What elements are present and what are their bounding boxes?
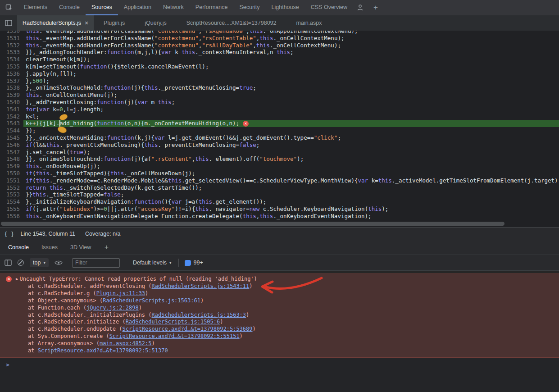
- code-text[interactable]: },_onTimeSlotTouchHold:function(j){this.…: [23, 84, 559, 91]
- main-tab-elements[interactable]: Elements: [18, 0, 53, 15]
- stack-frame-text: ): [220, 319, 223, 325]
- code-text[interactable]: for(var k=0,l=j.length;: [23, 106, 559, 113]
- stack-frame-link[interactable]: main.aspx:4852:5: [100, 340, 152, 346]
- file-tab-main-aspx[interactable]: main.aspx: [286, 15, 332, 31]
- file-tab-radschedulerscripts-js[interactable]: RadSchedulerScripts.js×: [17, 15, 94, 31]
- line-number[interactable]: 1555: [0, 205, 23, 213]
- clear-console-icon[interactable]: [18, 260, 24, 266]
- log-levels-selector[interactable]: Default levels ▾: [132, 258, 173, 267]
- code-text[interactable]: if(this._timeSlotTapped){this._onCellMou…: [23, 170, 559, 177]
- live-expression-eye-icon[interactable]: [55, 260, 63, 265]
- stack-frame-link[interactable]: RadSchedulerScripts.js:1563:61: [103, 297, 200, 304]
- code-text[interactable]: j.apply(n,[l]);: [23, 70, 559, 77]
- line-number[interactable]: 1552: [0, 184, 23, 191]
- code-text[interactable]: }},_onTimeSlotTouchEnd:function(j){a(".r…: [23, 155, 559, 163]
- code-text[interactable]: this._eventMap.addHandlerForClassName("c…: [23, 42, 559, 49]
- line-number[interactable]: 1532: [0, 42, 23, 49]
- inline-error-icon[interactable]: ✕: [243, 121, 249, 127]
- line-number[interactable]: 1542: [0, 113, 23, 120]
- stack-frame-link[interactable]: ScriptResource.axd?d…&t=13798092:5:55151: [109, 333, 240, 339]
- stack-frame-link[interactable]: ScriptResource.axd?d…&t=13798092:5:51370: [38, 347, 168, 354]
- code-text[interactable]: this._onCellContextMenu(j);: [23, 91, 559, 99]
- main-tab-lighthouse[interactable]: Lighthouse: [266, 0, 305, 15]
- line-number[interactable]: 1554: [0, 198, 23, 205]
- line-number[interactable]: 1549: [0, 163, 23, 170]
- filter-input[interactable]: [72, 258, 120, 268]
- main-tab-performance[interactable]: Performance: [190, 0, 234, 15]
- line-number[interactable]: 1531: [0, 35, 23, 42]
- stack-frame-link[interactable]: RadSchedulerScripts.js:1563:3: [152, 312, 246, 318]
- main-tab-css-overview[interactable]: CSS Overview: [305, 0, 353, 15]
- close-tab-icon[interactable]: ×: [85, 20, 88, 26]
- line-number[interactable]: 1546: [0, 141, 23, 149]
- code-text[interactable]: if(j.attr("tabIndex")>=0||j.attr("access…: [23, 205, 559, 213]
- line-number[interactable]: 1556: [0, 213, 23, 220]
- file-tab-jquery-js[interactable]: jQuery.js: [135, 15, 176, 31]
- code-text[interactable]: },_addPreventClosing:function(j){var m=t…: [23, 99, 559, 106]
- code-text[interactable]: clearTimeout(k[m]);: [23, 56, 559, 63]
- javascript-context-selector[interactable]: top ▾: [30, 258, 49, 267]
- code-text[interactable]: return this._switchToSelectedDay(k.get_s…: [23, 184, 559, 191]
- main-tab-network[interactable]: Network: [157, 0, 190, 15]
- line-number[interactable]: 1547: [0, 149, 23, 156]
- main-tab-console[interactable]: Console: [53, 0, 86, 15]
- line-number[interactable]: 1548: [0, 155, 23, 163]
- console-sidebar-icon[interactable]: [5, 260, 12, 266]
- drawer-tab-3d-view[interactable]: 3D View: [64, 240, 97, 255]
- code-text[interactable]: this._eventMap.addHandlerForClassName("c…: [23, 35, 559, 42]
- drawer-tab-issues[interactable]: Issues: [35, 240, 64, 255]
- stack-frame-link[interactable]: Plugin.js:11:33: [96, 290, 145, 296]
- code-text[interactable]: k<l;: [23, 113, 559, 120]
- stack-frame-link[interactable]: RadSchedulerScripts.js:1543:11: [152, 283, 250, 289]
- line-number[interactable]: 1550: [0, 170, 23, 177]
- code-text[interactable]: this._onDocMouseUp(j);: [23, 163, 559, 170]
- navigator-panel-icon[interactable]: [0, 15, 17, 31]
- code-text[interactable]: k++){j[k].add_hiding(function(o,n){m._on…: [23, 120, 559, 127]
- main-tab-sources[interactable]: Sources: [86, 0, 118, 15]
- file-tab-plugin-js[interactable]: Plugin.js: [94, 15, 135, 31]
- issues-counter[interactable]: 99+: [185, 260, 203, 266]
- line-number[interactable]: 1533: [0, 49, 23, 56]
- line-number[interactable]: 1553: [0, 191, 23, 198]
- stack-frame-link[interactable]: ScriptResource.axd?d…&t=13798092:5:53689: [123, 326, 253, 332]
- code-text[interactable]: },500);: [23, 77, 559, 85]
- code-text[interactable]: }},_onContextMenuHiding:function(k,j){va…: [23, 134, 559, 141]
- line-number[interactable]: 1537: [0, 77, 23, 85]
- code-text[interactable]: k[m]=setTimeout(function(){$telerik.canc…: [23, 63, 559, 70]
- expand-triangle-icon[interactable]: ▶: [16, 276, 18, 283]
- code-text[interactable]: if(l&&this._preventCtxMenuClosing){this.…: [23, 141, 559, 149]
- drawer-tab-console[interactable]: Console: [2, 240, 35, 255]
- stack-frame-link[interactable]: jQuery.js:2:2898: [86, 305, 139, 311]
- line-number[interactable]: 1545: [0, 134, 23, 141]
- line-number[interactable]: 1536: [0, 70, 23, 77]
- line-number[interactable]: 1551: [0, 177, 23, 184]
- line-number[interactable]: 1539: [0, 91, 23, 99]
- file-tab-scriptresource-xm1-t-13798092[interactable]: ScriptResource....XM1&t=13798092: [177, 15, 286, 31]
- line-number[interactable]: 1540: [0, 99, 23, 106]
- code-text[interactable]: j.set_cancel(true);: [23, 149, 559, 156]
- line-number[interactable]: 1538: [0, 84, 23, 91]
- code-text[interactable]: },_initializeKeyboardNavigation:function…: [23, 198, 559, 205]
- code-text[interactable]: });: [23, 127, 559, 134]
- line-number[interactable]: 1544: [0, 127, 23, 134]
- line-number[interactable]: 1534: [0, 56, 23, 63]
- add-drawer-tab-button[interactable]: +: [97, 240, 115, 255]
- line-number[interactable]: 1543: [0, 120, 23, 127]
- stack-frame-link[interactable]: RadSchedulerScripts.js:1505:6: [126, 319, 220, 325]
- main-tab-application[interactable]: Application: [118, 0, 157, 15]
- line-number[interactable]: 1535: [0, 63, 23, 70]
- code-text[interactable]: this._eventMap.addHandlerForClassName("c…: [23, 31, 559, 35]
- line-number[interactable]: 1541: [0, 106, 23, 113]
- line-number[interactable]: 1530: [0, 31, 23, 35]
- code-text[interactable]: }}this._timeSlotTapped=false;: [23, 191, 559, 198]
- user-icon[interactable]: [353, 0, 367, 15]
- add-devtools-tab-button[interactable]: +: [367, 0, 385, 15]
- console-prompt[interactable]: >: [0, 358, 559, 368]
- code-text[interactable]: }},_addLongTouchHandler:function(m,j,l){…: [23, 49, 559, 56]
- main-tab-security[interactable]: Security: [233, 0, 265, 15]
- code-text[interactable]: if(this._renderMode==c.RenderMode.Mobile…: [23, 177, 559, 184]
- inspect-element-icon[interactable]: [0, 0, 18, 15]
- code-text[interactable]: this._onKeyboardEventNavigationDelegate=…: [23, 213, 559, 220]
- horizontal-scrollbar[interactable]: [1, 222, 504, 226]
- pretty-print-icon[interactable]: { }: [4, 231, 14, 237]
